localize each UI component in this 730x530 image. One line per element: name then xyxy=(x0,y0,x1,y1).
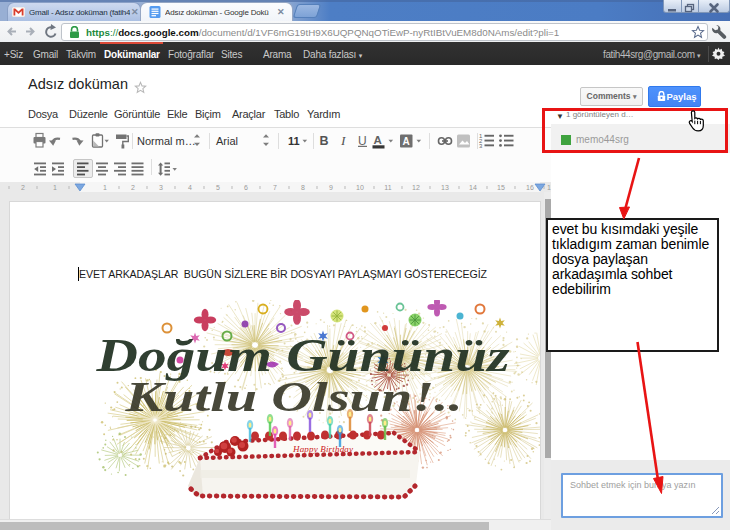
svg-text:B: B xyxy=(320,134,329,148)
svg-text:2: 2 xyxy=(131,184,135,191)
svg-text:11: 11 xyxy=(384,184,391,191)
svg-text:8: 8 xyxy=(301,184,305,191)
svg-text:1: 1 xyxy=(53,184,57,191)
svg-text:3: 3 xyxy=(159,184,163,191)
svg-text:16: 16 xyxy=(526,184,534,191)
svg-text:4: 4 xyxy=(188,184,192,191)
svg-text:6: 6 xyxy=(244,184,248,191)
svg-text:2: 2 xyxy=(21,184,25,191)
svg-text:14: 14 xyxy=(469,184,477,191)
svg-text:3: 3 xyxy=(479,143,483,149)
svg-text:1: 1 xyxy=(103,184,107,191)
svg-text:5: 5 xyxy=(216,184,220,191)
svg-text:A: A xyxy=(374,134,382,146)
svg-text:A: A xyxy=(403,136,410,147)
svg-text:9: 9 xyxy=(329,184,333,191)
svg-text:10: 10 xyxy=(356,184,364,191)
svg-text:U: U xyxy=(358,134,367,148)
svg-text:I: I xyxy=(340,133,347,148)
svg-text:13: 13 xyxy=(441,184,449,191)
svg-text:Kutlu Olsun!..: Kutlu Olsun!.. xyxy=(124,374,462,420)
svg-text:12: 12 xyxy=(412,184,420,191)
svg-text:Happy Birthday: Happy Birthday xyxy=(292,444,353,454)
svg-text:15: 15 xyxy=(497,184,505,191)
svg-text:7: 7 xyxy=(273,184,277,191)
